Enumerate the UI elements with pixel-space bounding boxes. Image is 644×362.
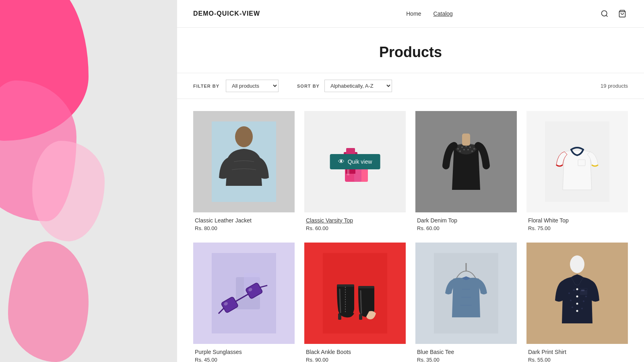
search-button[interactable] xyxy=(599,8,610,19)
floral-white-image xyxy=(545,121,609,202)
svg-point-21 xyxy=(467,149,469,150)
product-price-7: Rs. 35.00 xyxy=(417,357,515,362)
product-grid: Classic Leather Jacket Rs. 80.00 xyxy=(177,99,644,362)
product-image-wrapper-4 xyxy=(526,111,628,212)
product-image-wrapper-3 xyxy=(415,111,517,212)
svg-point-61 xyxy=(572,306,573,308)
filter-by-select[interactable]: All products Jackets Tops Accessories Sh… xyxy=(226,80,279,92)
svg-point-52 xyxy=(576,296,578,298)
svg-point-50 xyxy=(570,255,584,273)
eye-icon: 👁 xyxy=(338,158,345,165)
product-price-3: Rs. 60.00 xyxy=(417,225,515,231)
main-container: DEMO-QUICK-VIEW Home Catalog Produc xyxy=(177,0,644,362)
quick-view-button[interactable]: 👁 Quik view xyxy=(330,154,380,169)
sort-section: SORT BY Alphabetically, A-Z Alphabetical… xyxy=(297,80,392,92)
svg-point-15 xyxy=(461,146,463,148)
product-info-1: Classic Leather Jacket Rs. 80.00 xyxy=(193,212,295,233)
product-image-wrapper-1 xyxy=(193,111,295,212)
page-title: Products xyxy=(177,44,644,61)
product-card-5[interactable]: Purple Sunglasses Rs. 45.00 xyxy=(193,243,295,362)
product-image-wrapper-2: 👁 Quik view xyxy=(304,111,406,212)
product-price-6: Rs. 90.00 xyxy=(306,357,404,362)
svg-point-53 xyxy=(576,303,578,305)
product-name-3: Dark Denim Top xyxy=(417,217,515,224)
svg-point-56 xyxy=(573,289,575,291)
product-info-4: Floral White Top Rs. 75.00 xyxy=(526,212,628,233)
sunglasses-image xyxy=(212,253,276,333)
jacket-image xyxy=(212,121,276,202)
svg-point-18 xyxy=(473,148,475,150)
product-image-wrapper-7 xyxy=(415,243,517,344)
product-info-7: Blue Basic Tee Rs. 35.00 xyxy=(415,344,517,362)
product-name-7: Blue Basic Tee xyxy=(417,349,515,355)
blue-tshirt-image xyxy=(434,253,498,333)
product-price-2: Rs. 60.00 xyxy=(306,225,404,231)
product-card-1[interactable]: Classic Leather Jacket Rs. 80.00 xyxy=(193,111,295,233)
svg-point-16 xyxy=(465,146,467,147)
svg-point-58 xyxy=(585,296,587,297)
sort-by-select[interactable]: Alphabetically, A-Z Alphabetically, Z-A … xyxy=(324,80,392,92)
header: DEMO-QUICK-VIEW Home Catalog xyxy=(177,0,644,28)
product-name-8: Dark Print Shirt xyxy=(528,349,626,355)
product-price-1: Rs. 80.00 xyxy=(195,225,293,231)
product-image-wrapper-6 xyxy=(304,243,406,344)
product-price-5: Rs. 45.00 xyxy=(195,357,293,362)
product-info-8: Dark Print Shirt Rs. 55.00 xyxy=(526,344,628,362)
dark-denim-image xyxy=(434,121,498,202)
svg-point-51 xyxy=(576,288,578,290)
products-count: 19 products xyxy=(601,83,628,89)
main-nav: Home Catalog xyxy=(406,10,453,17)
cart-icon xyxy=(618,10,626,18)
svg-point-62 xyxy=(581,308,583,309)
search-icon xyxy=(601,10,609,18)
product-info-2: Classic Varsity Top Rs. 60.00 xyxy=(304,212,406,233)
dark-shirt-image xyxy=(545,253,609,333)
svg-point-0 xyxy=(601,11,607,16)
product-price-4: Rs. 75.00 xyxy=(528,225,626,231)
svg-rect-23 xyxy=(462,134,470,146)
nav-catalog[interactable]: Catalog xyxy=(433,10,453,17)
product-price-8: Rs. 55.00 xyxy=(528,357,626,362)
product-card-2[interactable]: 👁 Quik view Classic Varsity Top Rs. 60.0… xyxy=(304,111,406,233)
product-card-6[interactable]: Black Ankle Boots Rs. 90.00 xyxy=(304,243,406,362)
svg-point-54 xyxy=(576,310,578,312)
product-name-6: Black Ankle Boots xyxy=(306,349,404,355)
product-image-wrapper-8 xyxy=(526,243,628,344)
product-card-7[interactable]: Blue Basic Tee Rs. 35.00 xyxy=(415,243,517,362)
svg-point-14 xyxy=(457,148,459,150)
svg-point-19 xyxy=(459,150,461,152)
product-card-8[interactable]: Dark Print Shirt Rs. 55.00 xyxy=(526,243,628,362)
svg-point-55 xyxy=(568,292,570,294)
svg-rect-40 xyxy=(359,314,362,320)
page-title-section: Products xyxy=(177,28,644,73)
quick-view-label: Quik view xyxy=(348,158,372,165)
product-info-5: Purple Sunglasses Rs. 45.00 xyxy=(193,344,295,362)
svg-rect-38 xyxy=(337,284,354,287)
svg-rect-41 xyxy=(358,286,374,288)
svg-point-17 xyxy=(469,146,471,148)
svg-point-60 xyxy=(583,300,584,302)
svg-point-20 xyxy=(463,149,465,150)
product-card-3[interactable]: Dark Denim Top Rs. 60.00 xyxy=(415,111,517,233)
header-icons xyxy=(599,8,628,19)
filter-by-label: FILTER BY xyxy=(193,84,219,88)
svg-rect-65 xyxy=(581,290,584,291)
nav-home[interactable]: Home xyxy=(406,10,421,17)
product-image-wrapper-5 xyxy=(193,243,295,344)
product-name-2[interactable]: Classic Varsity Top xyxy=(306,217,404,224)
product-info-6: Black Ankle Boots Rs. 90.00 xyxy=(304,344,406,362)
product-card-4[interactable]: Floral White Top Rs. 75.00 xyxy=(526,111,628,233)
svg-point-59 xyxy=(570,300,572,301)
product-name-4: Floral White Top xyxy=(528,217,626,224)
sort-by-label: SORT BY xyxy=(297,84,320,88)
svg-point-22 xyxy=(471,150,473,152)
boots-image xyxy=(323,253,387,333)
svg-point-3 xyxy=(235,126,253,147)
logo: DEMO-QUICK-VIEW xyxy=(193,10,260,17)
filter-bar: FILTER BY All products Jackets Tops Acce… xyxy=(177,73,644,99)
product-info-3: Dark Denim Top Rs. 60.00 xyxy=(415,212,517,233)
product-name-5: Purple Sunglasses xyxy=(195,349,293,355)
svg-rect-36 xyxy=(323,253,387,333)
product-name-1: Classic Leather Jacket xyxy=(195,217,293,224)
cart-button[interactable] xyxy=(617,8,628,19)
